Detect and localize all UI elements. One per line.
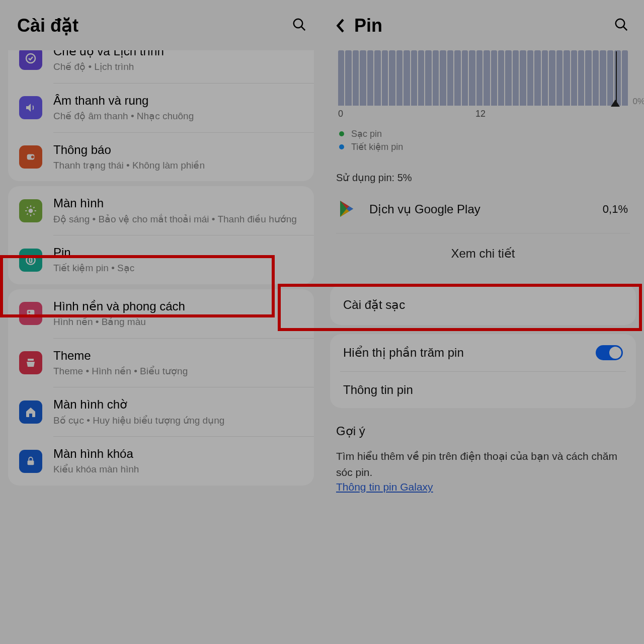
setting-title: Thông báo bbox=[53, 142, 304, 157]
chevron-left-icon bbox=[335, 18, 345, 33]
chart-bar bbox=[345, 50, 351, 106]
chart-bar bbox=[527, 50, 533, 106]
chart-bar bbox=[578, 50, 584, 106]
settings-item-wallpaper[interactable]: Hình nền và phong cách Hình nền • Bảng m… bbox=[8, 289, 314, 338]
notification-icon bbox=[19, 145, 42, 169]
setting-title: Âm thanh và rung bbox=[53, 93, 304, 108]
svg-rect-18 bbox=[28, 460, 34, 465]
chart-bar bbox=[622, 50, 628, 106]
chart-bar bbox=[367, 50, 373, 106]
lock-icon bbox=[19, 450, 42, 473]
settings-item-theme[interactable]: Theme Theme • Hình nền • Biểu tượng bbox=[8, 339, 314, 387]
svg-point-5 bbox=[29, 208, 33, 213]
back-button[interactable] bbox=[335, 18, 345, 33]
setting-title: Theme bbox=[53, 348, 304, 363]
setting-title: Màn hình khóa bbox=[53, 446, 304, 461]
google-play-services-icon bbox=[337, 199, 358, 220]
chart-bar bbox=[491, 50, 497, 106]
svg-line-12 bbox=[33, 207, 34, 208]
theme-icon bbox=[19, 351, 42, 374]
check-circle-icon bbox=[19, 50, 42, 70]
usage-app-value: 0,1% bbox=[603, 203, 628, 216]
svg-point-19 bbox=[616, 19, 625, 28]
chart-bar bbox=[593, 50, 599, 106]
setting-subtitle: Tiết kiệm pin • Sạc bbox=[53, 262, 304, 275]
svg-line-11 bbox=[33, 213, 34, 214]
wallpaper-icon bbox=[19, 302, 42, 325]
setting-subtitle: Chế độ âm thanh • Nhạc chuông bbox=[53, 110, 304, 123]
usage-title: Sử dụng pin: 5% bbox=[336, 172, 630, 184]
settings-item-homescreen[interactable]: Màn hình chờ Bố cục • Huy hiệu biểu tượn… bbox=[8, 387, 314, 436]
chart-y-label: 0% bbox=[632, 97, 644, 107]
chart-bar bbox=[454, 50, 460, 106]
search-icon bbox=[614, 17, 629, 32]
chart-bar bbox=[505, 50, 511, 106]
chart-bar bbox=[564, 50, 570, 106]
chart-bar bbox=[549, 50, 555, 106]
brightness-icon bbox=[19, 199, 42, 222]
svg-point-4 bbox=[31, 155, 34, 158]
svg-line-13 bbox=[27, 213, 28, 214]
setting-subtitle: Độ sáng • Bảo vệ cho mắt thoải mái • Tha… bbox=[53, 213, 304, 226]
settings-item-notifications[interactable]: Thông báo Thanh trạng thái • Không làm p… bbox=[8, 133, 314, 182]
page-title: Pin bbox=[354, 15, 614, 36]
chart-bar bbox=[534, 50, 540, 106]
svg-point-14 bbox=[26, 256, 35, 264]
chart-bar bbox=[382, 50, 388, 106]
chart-bar bbox=[462, 50, 468, 106]
legend-saver: Tiết kiệm pin bbox=[339, 141, 630, 152]
usage-app-name: Dịch vụ Google Play bbox=[369, 202, 603, 216]
legend-dot-blue bbox=[339, 144, 344, 149]
show-percentage-toggle[interactable] bbox=[596, 345, 623, 360]
svg-point-0 bbox=[294, 19, 303, 28]
svg-line-1 bbox=[301, 27, 305, 31]
charging-settings-row[interactable]: Cài đặt sạc bbox=[330, 285, 636, 325]
setting-title: Màn hình bbox=[53, 195, 304, 211]
chart-bar bbox=[353, 50, 359, 106]
settings-item-lockscreen[interactable]: Màn hình khóa Kiểu khóa màn hình bbox=[8, 437, 314, 486]
svg-line-20 bbox=[623, 27, 627, 31]
chart-bar bbox=[411, 50, 417, 106]
usage-app-row[interactable]: Dịch vụ Google Play 0,1% bbox=[336, 197, 630, 230]
tip-text: Tìm hiểu thêm về pin trên điện thoại của… bbox=[336, 448, 630, 480]
setting-subtitle: Bố cục • Huy hiệu biểu tượng ứng dụng bbox=[53, 414, 304, 428]
chart-bar bbox=[374, 50, 380, 106]
chart-bar bbox=[433, 50, 439, 106]
home-icon bbox=[19, 400, 42, 424]
chart-bar bbox=[484, 50, 490, 106]
chart-bar bbox=[360, 50, 366, 106]
search-button[interactable] bbox=[292, 17, 307, 34]
settings-title: Cài đặt bbox=[17, 15, 292, 36]
battery-info-row[interactable]: Thông tin pin bbox=[330, 372, 636, 408]
galaxy-battery-link[interactable]: Thông tin pin Galaxy bbox=[336, 481, 433, 493]
chart-bar bbox=[585, 50, 591, 106]
chart-bar bbox=[513, 50, 519, 106]
setting-title: Hình nền và phong cách bbox=[53, 298, 304, 314]
settings-item-display[interactable]: Màn hình Độ sáng • Bảo vệ cho mắt thoải … bbox=[8, 186, 314, 235]
chart-bar bbox=[498, 50, 504, 106]
search-button[interactable] bbox=[614, 17, 629, 34]
chart-bar bbox=[556, 50, 562, 106]
chart-bar bbox=[520, 50, 526, 106]
battery-chart: 0% 0 12 Sạc pin Tiết kiệm pin bbox=[322, 50, 644, 152]
battery-icon bbox=[19, 249, 42, 272]
chart-bar bbox=[425, 50, 431, 106]
settings-item-battery[interactable]: Pin Tiết kiệm pin • Sạc bbox=[8, 235, 314, 284]
chart-cursor-line bbox=[616, 51, 617, 106]
show-percentage-row[interactable]: Hiển thị phần trăm pin bbox=[330, 334, 636, 371]
chart-bar bbox=[476, 50, 482, 106]
view-details-button[interactable]: Xem chi tiết bbox=[336, 236, 630, 276]
settings-item-modes[interactable]: Chế độ và Lịch trình Chế độ • Lịch trình bbox=[8, 50, 314, 83]
settings-item-sound[interactable]: Âm thanh và rung Chế độ âm thanh • Nhạc … bbox=[8, 84, 314, 132]
tips-heading: Gợi ý bbox=[336, 424, 630, 438]
chart-bar bbox=[440, 50, 446, 106]
setting-subtitle: Hình nền • Bảng màu bbox=[53, 315, 304, 329]
chart-x-tick-0: 0 bbox=[338, 109, 475, 119]
chart-bar bbox=[571, 50, 577, 106]
chart-bar bbox=[389, 50, 395, 106]
sound-icon bbox=[19, 96, 42, 119]
setting-title: Chế độ và Lịch trình bbox=[53, 50, 304, 59]
chart-bar bbox=[396, 50, 403, 106]
chart-bar bbox=[607, 50, 613, 106]
svg-rect-15 bbox=[30, 258, 32, 262]
